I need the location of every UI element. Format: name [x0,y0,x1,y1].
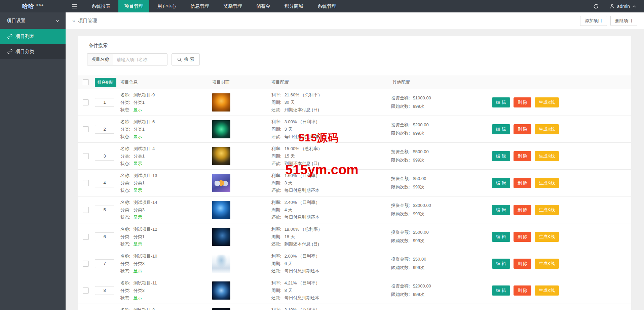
project-status-toggle[interactable]: 显示 [134,215,142,220]
rate-label: 利率: [271,146,281,151]
nav-tab[interactable]: 系统报表 [85,0,116,12]
project-category: 分类3 [134,288,145,293]
nav-tab[interactable]: 用户中心 [151,0,182,12]
project-status-toggle[interactable]: 显示 [134,295,142,300]
status-label: 状态: [120,295,130,300]
sidebar-item-label: 项目列表 [15,34,34,40]
category-label: 分类: [120,100,130,105]
search-input[interactable] [113,53,167,65]
delete-button[interactable]: 删 除 [514,97,532,107]
project-period: 6 天 [285,261,293,266]
edit-button[interactable]: 编 辑 [492,124,510,134]
nav-tab[interactable]: 系统管理 [311,0,342,12]
project-name: 测试项目-13 [134,173,157,178]
search-icon [177,57,182,62]
project-status-toggle[interactable]: 显示 [134,161,142,166]
generate-kline-button[interactable]: 生成K线 [535,285,559,296]
project-status-toggle[interactable]: 显示 [134,107,142,112]
project-name: 测试项目-12 [134,227,157,232]
project-category: 分类1 [134,127,145,132]
nav-tab[interactable]: 积分商城 [278,0,309,12]
row-checkbox[interactable] [83,99,89,105]
delete-button[interactable]: 删 除 [514,232,532,242]
sort-order-input[interactable] [95,286,114,295]
row-checkbox[interactable] [83,287,89,294]
project-period: 3 天 [285,180,293,185]
nav-tab[interactable]: 信息管理 [184,0,215,12]
nav-tab[interactable]: 储蓄金 [250,0,276,12]
row-checkbox[interactable] [83,153,89,159]
row-checkbox[interactable] [83,207,89,213]
project-cover-image [212,308,230,310]
project-repay-type: 每日付息到期还本 [285,295,319,300]
generate-kline-button[interactable]: 生成K线 [535,178,559,188]
sort-order-input[interactable] [95,125,114,134]
status-label: 状态: [120,161,130,166]
project-repay-type: 每日付息到期还本 [285,268,319,273]
sort-order-input[interactable] [95,206,114,214]
search-button[interactable]: 搜 索 [172,53,200,65]
generate-kline-button[interactable]: 生成K线 [535,151,559,161]
generate-kline-button[interactable]: 生成K线 [535,97,559,107]
sort-order-input[interactable] [95,98,114,107]
generate-kline-button[interactable]: 生成K线 [535,124,559,134]
period-label: 周期: [271,153,281,159]
edit-button[interactable]: 编 辑 [492,178,510,188]
row-checkbox[interactable] [83,234,89,240]
project-status-toggle[interactable]: 显示 [134,188,142,193]
edit-button[interactable]: 编 辑 [492,205,510,215]
row-checkbox[interactable] [83,126,89,132]
delete-button[interactable]: 删 除 [514,285,532,296]
select-all-checkbox[interactable] [83,79,89,85]
sort-order-input[interactable] [95,179,114,187]
sidebar-group-project-settings[interactable]: 项目设置 [0,12,66,29]
delete-button[interactable]: 删 除 [514,151,532,161]
purchase-limit: 999次 [413,211,425,216]
project-status-toggle[interactable]: 显示 [134,241,142,247]
nav-tab[interactable]: 项目管理 [118,0,149,12]
edit-button[interactable]: 编 辑 [492,232,510,242]
limit-label: 限购次数: [391,184,410,189]
amount-label: 投资金额: [391,257,410,262]
sort-refresh-button[interactable]: 排序刷新 [95,78,116,87]
rate-label: 利率: [271,307,281,310]
project-status-toggle[interactable]: 显示 [134,134,142,139]
sort-order-input[interactable] [95,259,114,268]
sidebar-item[interactable]: 项目分类 [0,44,66,59]
sidebar-item[interactable]: 项目列表 [0,29,66,44]
link-icon [7,34,12,39]
delete-button[interactable]: 删 除 [514,259,532,269]
purchase-limit: 999次 [413,265,425,270]
project-period: 18 天 [285,234,295,239]
amount-label: 投资金额: [391,230,410,235]
generate-kline-button[interactable]: 生成K线 [535,205,559,215]
delete-button[interactable]: 删 除 [514,178,532,188]
nav-tab[interactable]: 奖励管理 [217,0,248,12]
generate-kline-button[interactable]: 生成K线 [535,232,559,242]
project-rate: 3.00% （日利率） [285,119,320,124]
repay-label: 还款: [271,241,281,247]
generate-kline-button[interactable]: 生成K线 [535,259,559,269]
sort-order-input[interactable] [95,152,114,161]
menu-toggle-button[interactable] [66,0,83,12]
repay-label: 还款: [271,188,281,193]
project-rate: 18.00% （总利率） [285,227,323,232]
sort-order-input[interactable] [95,232,114,241]
user-menu[interactable]: admin [604,0,644,12]
project-name: 测试项目-9 [134,92,155,97]
delete-button[interactable]: 删 除 [514,124,532,134]
project-rate: 3.10% （总利率） [285,307,320,310]
refresh-button[interactable] [588,0,604,12]
row-checkbox[interactable] [83,261,89,267]
project-period: 30 天 [285,100,295,105]
edit-button[interactable]: 编 辑 [492,285,510,296]
delete-button[interactable]: 删 除 [514,205,532,215]
project-status-toggle[interactable]: 显示 [134,268,142,273]
row-checkbox[interactable] [83,180,89,186]
category-label: 分类: [120,288,130,293]
add-project-button[interactable]: 添加项目 [580,16,607,26]
delete-project-button[interactable]: 删除项目 [610,16,637,26]
edit-button[interactable]: 编 辑 [492,151,510,161]
edit-button[interactable]: 编 辑 [492,259,510,269]
edit-button[interactable]: 编 辑 [492,97,510,107]
